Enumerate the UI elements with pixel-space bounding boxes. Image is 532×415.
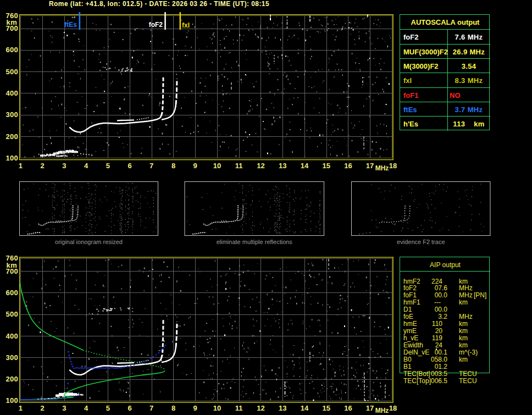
- svg-text:10: 10: [213, 404, 221, 412]
- svg-text:400: 400: [5, 89, 18, 97]
- svg-text:3: 3: [62, 162, 66, 170]
- svg-text:11: 11: [235, 404, 243, 412]
- svg-text:12: 12: [257, 162, 264, 170]
- svg-text:foF2: foF2: [149, 21, 163, 29]
- svg-text:evidence F2 trace: evidence F2 trace: [397, 239, 445, 245]
- svg-text:15: 15: [322, 404, 330, 412]
- svg-text:100: 100: [5, 396, 18, 405]
- svg-text:600: 600: [5, 46, 18, 54]
- svg-text:700: 700: [5, 267, 18, 275]
- svg-text:MHz: MHz: [375, 407, 389, 414]
- svg-text:12: 12: [257, 404, 264, 412]
- svg-text:300: 300: [5, 353, 18, 362]
- svg-text:200: 200: [5, 132, 18, 141]
- svg-text:16: 16: [344, 162, 352, 170]
- svg-text:17: 17: [366, 162, 374, 170]
- svg-text:100: 100: [5, 154, 18, 162]
- svg-text:500: 500: [5, 68, 18, 76]
- svg-text:MHz: MHz: [375, 164, 389, 172]
- svg-text:8: 8: [171, 404, 175, 412]
- svg-text:15: 15: [322, 162, 330, 170]
- svg-text:1: 1: [19, 162, 23, 170]
- svg-text:17: 17: [366, 404, 374, 412]
- svg-text:10: 10: [213, 162, 221, 170]
- svg-text:300: 300: [5, 110, 18, 119]
- svg-text:8: 8: [171, 162, 175, 170]
- svg-text:700: 700: [5, 24, 18, 32]
- svg-text:eliminate multiple reflections: eliminate multiple reflections: [217, 239, 293, 245]
- svg-text:5: 5: [106, 404, 110, 412]
- svg-text:6: 6: [128, 162, 131, 170]
- svg-text:200: 200: [5, 375, 18, 383]
- svg-text:7: 7: [149, 162, 153, 170]
- svg-text:7: 7: [149, 404, 153, 412]
- svg-text:5: 5: [106, 162, 110, 170]
- svg-text:400: 400: [5, 332, 18, 340]
- svg-text:11: 11: [235, 162, 243, 170]
- svg-text:4: 4: [84, 162, 88, 170]
- svg-text:4: 4: [84, 404, 88, 412]
- svg-text:1: 1: [19, 404, 23, 412]
- svg-text:13: 13: [279, 404, 286, 412]
- svg-text:9: 9: [193, 162, 197, 170]
- svg-text:500: 500: [5, 310, 18, 318]
- svg-text:14: 14: [301, 404, 309, 412]
- svg-text:3: 3: [62, 404, 66, 412]
- svg-text:16: 16: [344, 404, 352, 412]
- svg-text:13: 13: [279, 162, 286, 170]
- svg-text:2: 2: [40, 404, 44, 412]
- svg-text:fxI: fxI: [182, 21, 190, 29]
- svg-text:original ionogram resized: original ionogram resized: [55, 239, 123, 245]
- svg-text:14: 14: [301, 162, 309, 170]
- svg-text:9: 9: [193, 404, 197, 412]
- svg-text:18: 18: [389, 162, 397, 170]
- svg-text:ftEs: ftEs: [64, 21, 77, 29]
- svg-text:2: 2: [40, 162, 44, 170]
- svg-text:18: 18: [389, 404, 397, 412]
- svg-text:6: 6: [128, 404, 131, 412]
- svg-text:600: 600: [5, 289, 18, 297]
